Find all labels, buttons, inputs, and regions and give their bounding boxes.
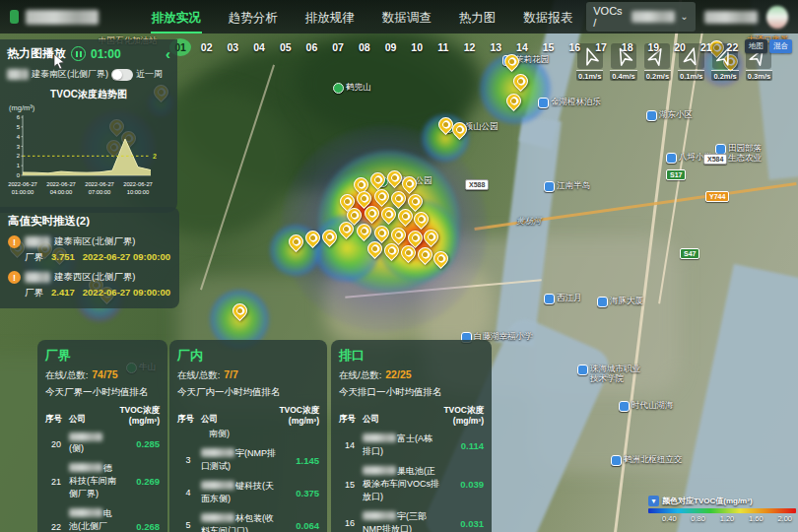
timeline-hour-16[interactable]: 16 (564, 38, 585, 56)
timeline-hour-11[interactable]: 11 (432, 38, 454, 56)
user-avatar[interactable] (766, 6, 788, 29)
timeline-hour-04[interactable]: 04 (248, 38, 270, 56)
voc-site-pin[interactable] (414, 212, 428, 230)
timeline-hour-09[interactable]: 09 (380, 38, 402, 56)
timeline-hour-21[interactable]: 21 (696, 38, 717, 56)
tab-emission-pattern[interactable]: 排放规律 (304, 1, 356, 33)
voc-site-pin[interactable] (506, 94, 520, 111)
timeline-hour-18[interactable]: 18 (617, 38, 638, 56)
timeline-hour-10[interactable]: 10 (406, 38, 428, 56)
voc-site-pin[interactable] (289, 234, 302, 252)
redacted-username (704, 11, 758, 24)
voc-site-pin[interactable] (370, 172, 384, 190)
tab-data-report[interactable]: 数据报表 (522, 1, 573, 33)
timeline-hours: 0102030405060708091011121314151617181920… (169, 36, 796, 58)
rank-row[interactable]: 15巢电池(正极涂布车间VOCs排放口)0.039 (339, 465, 484, 503)
redacted-company-prefix (201, 481, 234, 490)
collapse-panel-chevron-icon[interactable]: ‹ (166, 49, 170, 59)
tvoc-value: 0.375 (278, 488, 319, 499)
voc-site-pin[interactable] (418, 247, 432, 265)
voc-site-pin[interactable] (424, 230, 437, 247)
rank-row[interactable]: 21德科技(车间南侧厂界)0.269 (45, 462, 160, 500)
timeline-hour-19[interactable]: 19 (642, 38, 664, 56)
voc-site-pin[interactable] (513, 74, 527, 92)
timeline-hour-15[interactable]: 15 (538, 38, 560, 56)
rank-number: 21 (45, 477, 67, 487)
tab-emission-live[interactable]: 排放实况 (151, 1, 202, 33)
nav-right: VOCs / ⌄ (586, 2, 788, 32)
dashboard-root: 中国石化加油站大涌口夜景鹤兜山茉莉花园金湖橙林泊乐湖东小区八埒小学田园部落 生态… (0, 0, 798, 532)
company-cell: 宇(NMP排口测试) (201, 447, 276, 473)
voc-site-pin[interactable] (433, 251, 447, 269)
redacted-brand-name (26, 10, 99, 25)
rank-row[interactable]: 3宇(NMP排口测试)1.145 (177, 447, 319, 473)
timeline-hour-12[interactable]: 12 (459, 38, 481, 56)
voc-site-pin[interactable] (367, 241, 381, 259)
rank-row[interactable]: 22电池(北侧厂界)0.268 (45, 507, 160, 532)
legend-tick: 2.00 (777, 514, 792, 523)
timeline-hour-17[interactable]: 17 (590, 38, 612, 56)
pause-button[interactable] (71, 46, 86, 61)
voc-site-pin[interactable] (233, 303, 246, 321)
voc-site-pin[interactable] (374, 189, 388, 207)
voc-site-pin[interactable] (384, 243, 398, 261)
voc-site-pin[interactable] (438, 117, 452, 135)
timeline-hour-07[interactable]: 07 (327, 38, 349, 56)
company-cell: 键科技(天面东侧) (201, 480, 276, 505)
voc-site-pin[interactable] (398, 209, 412, 227)
redacted-company-name (25, 236, 50, 247)
tab-data-survey[interactable]: 数据调查 (381, 1, 432, 33)
rank-row[interactable]: 4键科技(天面东侧)0.375 (177, 480, 319, 505)
rank-row[interactable]: 16宇(三部NMP排放口)0.031 (339, 510, 484, 532)
week-range-toggle[interactable] (111, 69, 133, 81)
col-value-name: TVOC浓度 (114, 405, 160, 416)
svg-text:2022-06-27: 2022-06-27 (8, 181, 37, 187)
timeline-hour-06[interactable]: 06 (300, 38, 322, 56)
company-cell: 德科技(车间南侧厂界) (69, 462, 116, 500)
voc-site-pin[interactable] (339, 222, 353, 239)
tvoc-trend-chart: 012345622022-06-2701:00:002022-06-2704:0… (7, 112, 157, 205)
voc-site-pin[interactable] (322, 230, 336, 247)
timeline-hour-13[interactable]: 13 (485, 38, 506, 56)
voc-site-pin[interactable] (365, 206, 378, 224)
timeline-hour-22[interactable]: 22 (721, 38, 743, 56)
voc-site-pin[interactable] (452, 122, 466, 140)
timeline-hour-08[interactable]: 08 (354, 38, 375, 56)
voc-site-pin[interactable] (387, 170, 401, 188)
timeline-hour-14[interactable]: 14 (511, 38, 533, 56)
vocs-prefix-label: VOCs / (593, 5, 627, 29)
rank-row[interactable]: 20(侧)0.285 (45, 432, 160, 455)
voc-site-pin[interactable] (401, 245, 415, 263)
push-item[interactable]: !建泰西区(北侧厂界)厂界2.4172022-06-27 09:00:00 (8, 271, 171, 299)
timeline-hour-20[interactable]: 20 (669, 38, 691, 56)
push-item-header: !建泰西区(北侧厂界) (8, 271, 171, 284)
col-value: TVOC浓度(mg/m³) (114, 405, 160, 426)
voc-site-pin[interactable] (381, 207, 395, 225)
vocs-selector[interactable]: VOCs / ⌄ (586, 2, 695, 32)
redacted-company-prefix (363, 511, 396, 520)
push-items: !建泰南区(北侧厂界)厂界3.7512022-06-27 09:00:00!建泰… (8, 235, 171, 299)
chevron-down-icon: ⌄ (680, 15, 688, 19)
voc-site-pin[interactable] (305, 231, 319, 248)
map-type-hybrid-button[interactable]: 混合 (769, 39, 792, 53)
map-type-map-button[interactable]: 地图 (745, 39, 767, 53)
svg-text:2022-06-27: 2022-06-27 (85, 181, 114, 187)
rank-row[interactable]: 14富士(A栋排口)0.114 (339, 432, 484, 458)
wind-speed-label: 0.2m/s (644, 70, 671, 81)
timeline-hour-05[interactable]: 05 (275, 38, 297, 56)
tab-heatmap[interactable]: 热力图 (458, 1, 498, 33)
voc-site-pin[interactable] (357, 224, 370, 241)
rank-number: 22 (45, 522, 67, 532)
legend-tick: 0.40 (662, 514, 677, 523)
timeline-hour-03[interactable]: 03 (222, 38, 243, 56)
tab-trend-analysis[interactable]: 趋势分析 (228, 1, 279, 33)
push-time: 2022-06-27 09:00:00 (83, 287, 170, 299)
timeline-hour-02[interactable]: 02 (196, 38, 218, 56)
legend-tick: 1.20 (720, 514, 735, 523)
push-item[interactable]: !建泰南区(北侧厂界)厂界3.7512022-06-27 09:00:00 (8, 235, 171, 264)
col-value: TVOC浓度(mg/m³) (438, 405, 484, 426)
tvoc-value: 0.114 (442, 440, 484, 451)
company-cell: 富士(A栋排口) (363, 432, 440, 458)
playback-title: 热力图播放 (7, 45, 66, 62)
rank-row[interactable]: 5林包装(收料车间门口)0.064 (177, 512, 319, 532)
